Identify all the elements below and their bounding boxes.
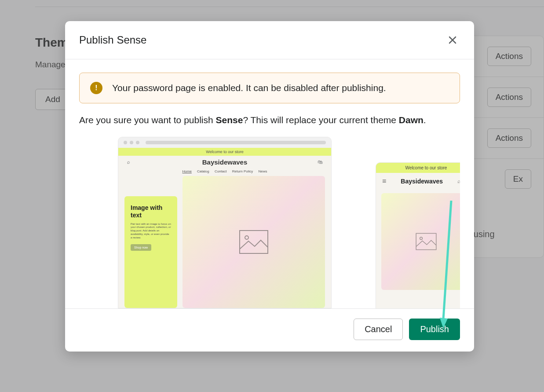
theme-preview: Welcome to our store ⌕ Baysidewaves 🛍 Ho… [79, 137, 460, 308]
close-button[interactable] [445, 33, 460, 48]
cancel-button[interactable]: Cancel [354, 319, 403, 340]
modal-header: Publish Sense [65, 21, 474, 59]
publish-modal: Publish Sense ! Your password page is en… [65, 21, 474, 352]
nav-item: Contact [215, 169, 227, 173]
confirm-theme: Sense [216, 115, 243, 125]
mobile-brand: Baysidewaves [386, 178, 457, 185]
hero-text-card: Image with text Pair text with an image … [124, 196, 177, 308]
modal-title: Publish Sense [79, 34, 146, 46]
confirm-suffix: . [424, 115, 426, 125]
close-icon [447, 35, 458, 45]
hamburger-icon: ≡ [382, 177, 386, 185]
nav-item: News [259, 169, 267, 173]
preview-mobile: Welcome to our store ≡ Baysidewaves ⌕ 🛍 [376, 162, 460, 308]
publish-button[interactable]: Publish [409, 319, 460, 340]
preview-nav: Home Catalog Contact Return Policy News [118, 169, 331, 176]
cart-icon: 🛍 [318, 159, 322, 165]
store-brand: ⌕ Baysidewaves 🛍 [118, 156, 331, 169]
mobile-header: ≡ Baysidewaves ⌕ 🛍 [376, 173, 460, 190]
image-placeholder-icon [415, 233, 437, 250]
svg-rect-5 [416, 233, 436, 249]
nav-item: Catalog [197, 169, 209, 173]
svg-point-6 [420, 237, 423, 240]
announcement-bar: Welcome to our store [118, 148, 331, 156]
shop-now-button: Shop now [131, 244, 151, 251]
browser-dot [130, 141, 133, 144]
mobile-hero-placeholder [381, 193, 460, 290]
hero-heading: Image with text [131, 204, 171, 219]
confirm-text: Are you sure you want to publish Sense? … [79, 115, 460, 125]
nav-item: Home [182, 169, 191, 173]
search-icon: ⌕ [127, 159, 130, 165]
confirm-current: Dawn [399, 115, 424, 125]
mobile-announcement: Welcome to our store [376, 163, 460, 173]
svg-rect-3 [240, 231, 268, 253]
browser-chrome [118, 137, 331, 148]
image-placeholder-icon [239, 230, 269, 254]
search-icon: ⌕ [457, 178, 460, 184]
browser-dot [124, 141, 127, 144]
warning-icon: ! [90, 82, 102, 94]
url-bar [146, 141, 326, 144]
preview-desktop: Welcome to our store ⌕ Baysidewaves 🛍 Ho… [118, 137, 332, 308]
confirm-prefix: Are you sure you want to publish [79, 115, 216, 125]
brand-text: Baysidewaves [202, 158, 248, 166]
hero-image-placeholder [183, 176, 325, 308]
modal-body: ! Your password page is enabled. It can … [65, 59, 474, 308]
warning-text: Your password page is enabled. It can be… [112, 83, 386, 93]
hero-area: Image with text Pair text with an image … [118, 176, 331, 308]
warning-alert: ! Your password page is enabled. It can … [79, 73, 460, 103]
confirm-mid: ? This will replace your current theme [243, 115, 398, 125]
browser-dot [136, 141, 139, 144]
modal-footer: Cancel Publish [65, 308, 474, 352]
hero-body: Pair text with an image to focus on your… [131, 223, 171, 240]
mobile-header-icons: ⌕ 🛍 [457, 178, 460, 184]
nav-item: Return Policy [232, 169, 253, 173]
svg-point-4 [245, 236, 248, 239]
